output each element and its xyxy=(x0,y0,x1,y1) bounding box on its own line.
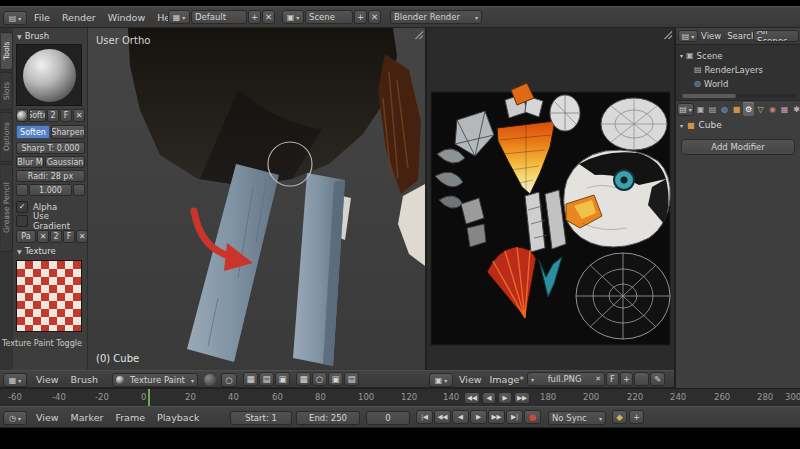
tab-slots[interactable]: Slots xyxy=(1,72,13,110)
mode-dropdown[interactable]: Texture Paint ▾ xyxy=(112,373,198,387)
sync-mode-dropdown[interactable]: No Sync ▾ xyxy=(548,411,606,425)
add-scene-button[interactable]: + xyxy=(354,10,367,24)
next-keyframe-icon[interactable]: ▶▶ xyxy=(488,410,505,424)
brush-name[interactable]: Softe xyxy=(29,109,46,122)
outliner-editor-icon[interactable]: ▤ ▾ xyxy=(678,30,698,42)
tab-tools[interactable]: Tools xyxy=(1,32,13,70)
area-corner-widget[interactable] xyxy=(663,30,672,39)
add-layout-button[interactable]: + xyxy=(248,10,261,24)
outliner-item-world[interactable]: ◍ World xyxy=(694,77,728,90)
menu-view[interactable]: View xyxy=(30,371,65,387)
tab-modifiers[interactable]: ⚙ xyxy=(743,102,754,116)
menu-view[interactable]: View xyxy=(455,371,486,387)
sharpen-button[interactable]: Sharpen xyxy=(51,125,85,139)
snap-target-icon[interactable]: ○ xyxy=(312,372,327,386)
texture-panel-header[interactable]: ▼ Texture xyxy=(17,246,56,256)
layers-icon[interactable]: ▤ xyxy=(259,372,274,386)
menu-brush[interactable]: Brush xyxy=(65,371,104,387)
brush-thumb-icon[interactable] xyxy=(16,109,28,122)
render-engine-dropdown[interactable]: Blender Render ▾ xyxy=(390,10,482,24)
play-reverse-icon[interactable]: ◀ xyxy=(452,410,469,424)
tab-particles[interactable]: ✱ xyxy=(791,102,800,116)
object-name[interactable]: Cube xyxy=(699,120,722,130)
frame-end-field[interactable]: End: 250 xyxy=(296,411,360,425)
brush-stroke-icon[interactable]: ○ xyxy=(221,373,237,387)
jump-to-start-icon[interactable]: |◀ xyxy=(416,410,433,424)
brush-fake-user-button[interactable]: F xyxy=(60,109,72,122)
outliner-item-scene[interactable]: ▾ ▣ Scene xyxy=(680,49,723,62)
menu-frame[interactable]: Frame xyxy=(109,407,151,427)
editor-type-icon[interactable]: ▤ ▾ xyxy=(3,11,27,25)
uv-image-editor[interactable] xyxy=(425,28,674,370)
outliner-display-mode-dropdown[interactable]: All Scenes xyxy=(753,30,799,42)
delete-scene-button[interactable]: ✕ xyxy=(368,10,381,24)
close-icon[interactable]: ✕ xyxy=(595,375,601,383)
keying-set-icon[interactable]: ◆ xyxy=(612,410,627,424)
frame-start-field[interactable]: Start: 1 xyxy=(230,411,292,425)
tab-grease-pencil[interactable]: Grease Pencil xyxy=(1,164,13,252)
uv-editor-icon[interactable]: ▣ ▾ xyxy=(429,373,453,387)
outliner-scrollbar[interactable] xyxy=(680,94,796,98)
scene-name[interactable]: Scene xyxy=(305,10,353,24)
image-name-dropdown[interactable]: ▾ full.PNG ✕ xyxy=(527,372,605,386)
tab-texture[interactable]: ▦ xyxy=(779,102,790,116)
outliner-scroll-handle[interactable] xyxy=(682,94,736,98)
blur-mode-dropdown[interactable]: Gaussian xyxy=(45,156,85,168)
menu-file[interactable]: File xyxy=(28,7,56,27)
matcap-sphere-icon[interactable] xyxy=(204,374,216,386)
step-forward-icon[interactable]: ▶ xyxy=(498,392,512,404)
palette-close-button[interactable]: ✕ xyxy=(76,230,88,243)
viewport-3d[interactable]: User Ortho (0) Cube xyxy=(88,28,425,370)
timeline-ruler[interactable]: -60 -40 -20 0 20 40 60 80 100 120 140 ◀◀… xyxy=(0,388,800,406)
prev-keyframe-icon[interactable]: ◀◀ xyxy=(434,410,451,424)
record-icon[interactable]: ● xyxy=(524,410,541,424)
menu-image[interactable]: Image* xyxy=(486,371,529,387)
menu-view[interactable]: View xyxy=(30,407,65,427)
properties-editor-icon[interactable]: ▤ ▾ xyxy=(677,103,694,116)
tab-world[interactable]: ◍ xyxy=(719,102,730,116)
tab-scene[interactable]: ▤ xyxy=(707,102,718,116)
insert-key-icon[interactable]: + xyxy=(629,410,644,424)
view3d-editor-icon[interactable]: ▦ ▾ xyxy=(3,373,27,387)
texture-preview[interactable] xyxy=(16,260,82,332)
delete-layout-button[interactable]: ✕ xyxy=(262,10,275,24)
tab-object[interactable]: ■ xyxy=(731,102,742,116)
brush-panel-header[interactable]: ▼ Brush xyxy=(17,31,49,41)
scene-browse-button[interactable]: ▣ ▾ xyxy=(282,10,304,24)
menu-render[interactable]: Render xyxy=(56,7,102,27)
tab-options[interactable]: Options xyxy=(1,112,13,162)
current-frame-playhead[interactable] xyxy=(148,389,150,406)
timeline-editor-icon[interactable]: ◷ ▾ xyxy=(3,411,27,425)
play-icon[interactable]: ▶ xyxy=(470,410,487,424)
render-anim-icon[interactable]: ▤ xyxy=(344,372,359,386)
palette-unlink-button[interactable]: ✕ xyxy=(37,230,49,243)
new-image-button[interactable]: + xyxy=(620,372,633,386)
shading-icon[interactable]: ▣ xyxy=(275,372,290,386)
strength-pressure-icon[interactable] xyxy=(16,184,28,196)
sharp-threshold-slider[interactable]: Sharp T: 0.000 xyxy=(16,142,85,154)
menu-playback[interactable]: Playback xyxy=(151,407,205,427)
add-modifier-button[interactable]: Add Modifier xyxy=(681,139,795,155)
tab-data[interactable]: ▽ xyxy=(755,102,766,116)
alpha-checkbox[interactable]: ✓ xyxy=(16,201,28,213)
menu-marker[interactable]: Marker xyxy=(65,407,110,427)
texture-paint-toggle-panel[interactable]: Texture Paint Toggle xyxy=(2,339,92,348)
screen-layout-browse-button[interactable]: ▦ ▾ xyxy=(168,10,190,24)
menu-view[interactable]: View xyxy=(698,28,724,44)
rewind-icon[interactable]: ◀◀ xyxy=(464,392,480,404)
brush-users-count[interactable]: 2 xyxy=(47,109,59,122)
palette-users-count[interactable]: 2 xyxy=(50,230,62,243)
strength-size-icon[interactable] xyxy=(73,184,85,196)
jump-to-end-icon[interactable]: ▶| xyxy=(506,410,523,424)
strength-slider[interactable]: 1.000 xyxy=(29,184,72,196)
pivot-icon[interactable]: ▦ xyxy=(243,372,258,386)
radius-slider[interactable]: Radi: 28 px xyxy=(16,170,85,182)
menu-window[interactable]: Window xyxy=(102,7,151,27)
brush-unlink-button[interactable]: ✕ xyxy=(73,109,85,122)
image-pin-icon[interactable] xyxy=(634,372,649,386)
image-paint-icon[interactable]: ✎ xyxy=(650,372,665,386)
soften-button[interactable]: Soften xyxy=(16,125,50,139)
snap-icon[interactable]: ▦ xyxy=(296,372,311,386)
outliner-item-renderlayers[interactable]: ▤ RenderLayers xyxy=(694,63,763,76)
palette-name[interactable]: Pa xyxy=(16,230,36,243)
